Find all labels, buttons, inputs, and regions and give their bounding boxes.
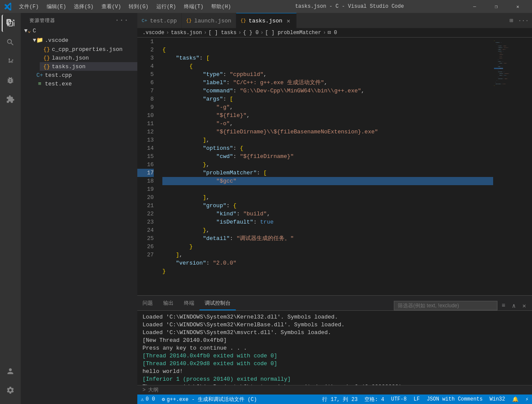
account-icon[interactable] (2, 363, 19, 380)
minimize-button[interactable]: — (465, 0, 484, 13)
source-control-icon[interactable] (2, 53, 19, 70)
sidebar-menu-button[interactable]: ··· (115, 16, 129, 24)
status-spaces[interactable]: 空格: 4 (361, 395, 388, 404)
tree-root-c[interactable]: ▼ ⌄ C (21, 26, 137, 35)
file-test-cpp[interactable]: C+ test.cpp (28, 71, 137, 79)
status-right: 行 17, 列 23 空格: 4 UTF-8 LF JSON with Comm… (319, 395, 532, 404)
breadcrumb-tasks[interactable]: [ ] tasks (209, 30, 237, 36)
json-file-icon: {} (43, 46, 50, 53)
file-label: test.exe (45, 81, 72, 87)
status-encoding[interactable]: UTF-8 (388, 395, 410, 404)
panel-list-icon[interactable]: ≡ (499, 301, 508, 310)
editor-area: C+ test.cpp {} launch.json {} tasks.json… (137, 13, 532, 404)
file-c-cpp-properties[interactable]: {} c_cpp_properties.json (40, 45, 137, 54)
breadcrumb-sep2: › (204, 30, 207, 36)
menu-file[interactable]: 文件(F) (16, 2, 42, 11)
status-errors[interactable]: ⚠ 0 0 (137, 395, 158, 404)
minimap: { "tasks": [ { "type": "cpp", "label": "… (493, 38, 532, 295)
panel-tab-problems[interactable]: 问题 (137, 297, 158, 310)
file-label: c_cpp_properties.json (52, 46, 123, 53)
file-test-exe[interactable]: ≡ test.exe (28, 79, 137, 88)
gear-icon: ⚙ (162, 396, 165, 403)
maximize-button[interactable]: ❐ (486, 0, 506, 13)
term-line: Loaded 'C:\WINDOWS\System32\KernelBase.d… (142, 321, 527, 329)
window-controls[interactable]: — ❐ ✕ (465, 0, 528, 13)
breadcrumb-pm[interactable]: [ ] problemMatcher (265, 30, 321, 36)
vscode-folder[interactable]: ▼ 📁 .vscode (28, 35, 137, 45)
activity-bar (0, 13, 21, 404)
file-tree: ▼ ⌄ C ▼ 📁 .vscode {} c_cpp_properties.js… (21, 26, 137, 88)
menu-edit[interactable]: 编辑(E) (43, 2, 70, 11)
json-file-icon: {} (43, 54, 50, 61)
panel-tab-output[interactable]: 输出 (158, 297, 179, 310)
file-tasks-json[interactable]: {} tasks.json (40, 62, 137, 71)
menu-run[interactable]: 运行(R) (153, 2, 180, 11)
menu-select[interactable]: 选择(S) (70, 2, 97, 11)
status-line-col[interactable]: 行 17, 列 23 (319, 395, 361, 404)
tab-tasks-json[interactable]: {} tasks.json ✕ (236, 13, 297, 28)
status-platform[interactable]: Win32 (486, 395, 509, 404)
menu-terminal[interactable]: 终端(T) (180, 2, 207, 11)
file-label: tasks.json (52, 63, 86, 70)
breadcrumb-vscode[interactable]: .vscode (142, 30, 164, 36)
debug-icon[interactable] (2, 72, 19, 89)
json-file-icon-active: {} (43, 63, 50, 70)
bottom-expand-bar[interactable]: > 大纲 (137, 385, 532, 395)
sidebar: 资源管理器 ··· ▼ ⌄ C ▼ 📁 .vscode {} (21, 13, 137, 404)
main-layout: 资源管理器 ··· ▼ ⌄ C ▼ 📁 .vscode {} (0, 13, 532, 404)
menu-view[interactable]: 查看(V) (98, 2, 125, 11)
tab-label: test.cpp (150, 18, 177, 24)
status-lightning[interactable]: ⚡ (522, 395, 532, 404)
tab-close-button[interactable]: ✕ (285, 17, 292, 24)
menu-goto[interactable]: 转到(G) (125, 2, 152, 11)
vscode-folder-icon: 📁 (36, 37, 43, 44)
panel-tab-terminal[interactable]: 终端 (179, 297, 200, 310)
file-launch-json[interactable]: {} launch.json (40, 54, 137, 62)
more-actions-icon[interactable]: ··· (518, 16, 529, 26)
search-icon[interactable] (2, 34, 19, 51)
filter-input[interactable] (394, 301, 497, 310)
file-label: test.cpp (45, 72, 72, 79)
term-line-hello: hello world! (142, 368, 527, 376)
expand-icon: > (142, 387, 146, 393)
sidebar-header: 资源管理器 ··· (21, 13, 137, 26)
tabs-right: ⊞ ··· (506, 13, 532, 28)
status-errors-text: 0 0 (146, 396, 155, 402)
warning-icon: ⚠ (141, 396, 144, 403)
breadcrumb-file[interactable]: tasks.json (171, 30, 202, 36)
root-files: C+ test.cpp ≡ test.exe (21, 71, 137, 88)
settings-icon[interactable] (2, 382, 19, 399)
panel-up-icon[interactable]: ∧ (510, 301, 518, 310)
root-folder-icon: ⌄ (28, 27, 31, 34)
status-build[interactable]: ⚙ g++.exe - 生成和调试活动文件 (C) (158, 395, 260, 404)
window-title: tasks.json - C - Visual Studio Code (234, 3, 465, 9)
breadcrumb-0[interactable]: { } 0 (243, 30, 259, 36)
breadcrumb-0b[interactable]: ⊡ 0 (328, 29, 337, 36)
breadcrumb-sep3: › (238, 30, 241, 36)
split-editor-icon[interactable]: ⊞ (506, 16, 516, 26)
tabs-bar: C+ test.cpp {} launch.json {} tasks.json… (137, 13, 532, 28)
file-label: launch.json (52, 55, 89, 61)
explorer-icon[interactable] (2, 15, 19, 32)
status-eol[interactable]: LF (410, 395, 423, 404)
cpp-tab-icon: C+ (142, 18, 147, 23)
line-numbers: 12345 678910 1112131415 1617 1819202122 … (137, 38, 159, 295)
status-bell[interactable]: 🔔 (509, 395, 522, 404)
close-button[interactable]: ✕ (508, 0, 528, 13)
breadcrumb-sep4: › (260, 30, 263, 36)
extensions-icon[interactable] (2, 91, 19, 108)
code-editor[interactable]: 12345 678910 1112131415 1617 1819202122 … (137, 38, 532, 295)
menu-help[interactable]: 帮助(H) (208, 2, 234, 11)
status-bar: ⚠ 0 0 ⚙ g++.exe - 生成和调试活动文件 (C) 行 17, 列 … (137, 395, 532, 404)
status-build-text: g++.exe - 生成和调试活动文件 (C) (167, 396, 257, 403)
vscode-arrow-icon: ▼ (33, 37, 36, 44)
title-menus[interactable]: 文件(F) 编辑(E) 选择(S) 查看(V) 转到(G) 运行(R) 终端(T… (16, 2, 234, 11)
title-bar: 文件(F) 编辑(E) 选择(S) 查看(V) 转到(G) 运行(R) 终端(T… (0, 0, 532, 13)
code-content[interactable]: { "tasks": [ { "type": "cppbuild", "labe… (159, 38, 493, 295)
panel-close-icon[interactable]: ✕ (520, 301, 529, 310)
status-language[interactable]: JSON with Comments (423, 395, 486, 404)
breadcrumb-sep5: › (323, 30, 326, 36)
panel-tab-debug[interactable]: 调试控制台 (200, 297, 236, 310)
tab-test-cpp[interactable]: C+ test.cpp (137, 13, 182, 28)
tab-launch-json[interactable]: {} launch.json (182, 13, 236, 28)
